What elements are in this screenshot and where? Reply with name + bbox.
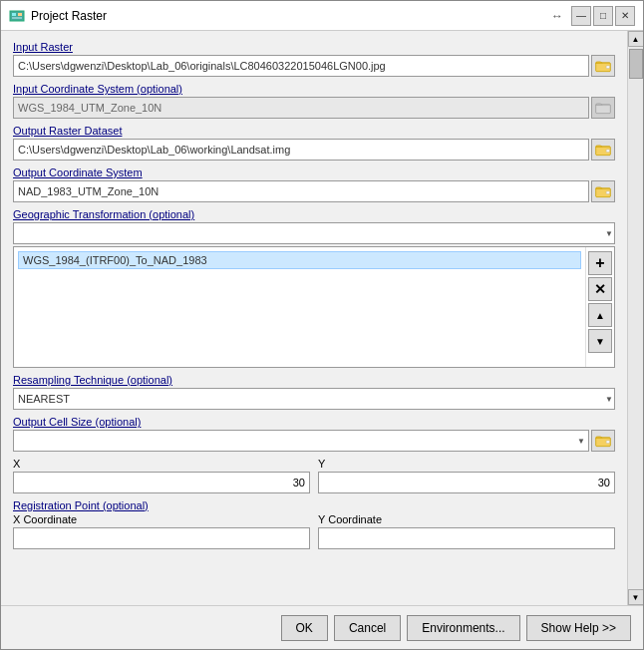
- output-cell-select[interactable]: [13, 430, 589, 452]
- show-help-button[interactable]: Show Help >>: [526, 615, 631, 641]
- x-label: X: [13, 458, 310, 470]
- scroll-down-arrow[interactable]: ▼: [628, 589, 644, 605]
- input-coord-row: [13, 97, 615, 119]
- resampling-label: Resampling Technique (optional): [13, 374, 615, 386]
- main-content: Input Raster Input Coordinate Sys: [1, 31, 627, 605]
- scrollbar: ▲ ▼: [627, 31, 643, 605]
- window-controls: — □ ✕: [571, 6, 635, 26]
- output-cell-row: ▼: [13, 430, 615, 452]
- y-group: Y: [318, 458, 615, 493]
- geo-transform-remove-button[interactable]: ✕: [588, 277, 612, 301]
- geo-transform-section: Geographic Transformation (optional) ▼ W…: [13, 208, 615, 368]
- output-raster-label: Output Raster Dataset: [13, 125, 615, 137]
- geo-transform-list-item[interactable]: WGS_1984_(ITRF00)_To_NAD_1983: [18, 251, 581, 269]
- input-coord-browse-button[interactable]: [591, 97, 615, 119]
- svg-rect-14: [606, 191, 609, 193]
- output-raster-row: [13, 139, 615, 161]
- input-coord-label: Input Coordinate System (optional): [13, 83, 615, 95]
- expand-icon: ↔: [551, 9, 563, 23]
- y-input[interactable]: [318, 472, 615, 493]
- y-coord-group: Y Coordinate: [318, 513, 615, 549]
- geo-transform-select-wrapper: ▼: [13, 222, 615, 244]
- reg-point-section: Registration Point (optional) X Coordina…: [13, 499, 615, 549]
- footer: OK Cancel Environments... Show Help >>: [1, 605, 643, 649]
- geo-transform-side-buttons: + ✕ ▲ ▼: [585, 247, 614, 367]
- svg-rect-2: [18, 13, 22, 16]
- cancel-button[interactable]: Cancel: [334, 615, 401, 641]
- svg-rect-17: [606, 441, 609, 443]
- output-cell-label: Output Cell Size (optional): [13, 416, 615, 428]
- x-coord-input[interactable]: [13, 527, 310, 549]
- title-bar: Project Raster ↔ — □ ✕: [1, 1, 643, 31]
- resampling-select-wrapper: NEAREST BILINEAR CUBIC ▼: [13, 388, 615, 410]
- project-raster-window: Project Raster ↔ — □ ✕ Input Raster: [0, 0, 644, 650]
- output-coord-section: Output Coordinate System: [13, 166, 615, 202]
- output-cell-section: Output Cell Size (optional) ▼: [13, 416, 615, 452]
- reg-point-xy-row: X Coordinate Y Coordinate: [13, 513, 615, 549]
- close-button[interactable]: ✕: [615, 6, 635, 26]
- input-raster-browse-button[interactable]: [591, 55, 615, 77]
- scroll-up-arrow[interactable]: ▲: [628, 31, 644, 47]
- input-raster-section: Input Raster: [13, 41, 615, 77]
- resampling-section: Resampling Technique (optional) NEAREST …: [13, 374, 615, 410]
- x-input[interactable]: [13, 472, 310, 493]
- y-label: Y: [318, 458, 615, 470]
- input-coord-input: [13, 97, 589, 119]
- svg-rect-6: [606, 66, 609, 68]
- geo-transform-down-button[interactable]: ▼: [588, 329, 612, 353]
- svg-rect-8: [596, 106, 610, 114]
- output-raster-input[interactable]: [13, 139, 589, 161]
- output-cell-select-wrapper: ▼: [13, 430, 589, 452]
- svg-rect-3: [12, 17, 22, 19]
- geo-transform-up-button[interactable]: ▲: [588, 303, 612, 327]
- resampling-row: NEAREST BILINEAR CUBIC ▼: [13, 388, 615, 410]
- output-cell-browse-button[interactable]: [591, 430, 615, 452]
- content-area: Input Raster Input Coordinate Sys: [1, 31, 643, 605]
- output-raster-browse-button[interactable]: [591, 139, 615, 161]
- svg-rect-11: [606, 150, 609, 152]
- input-coord-section: Input Coordinate System (optional): [13, 83, 615, 119]
- geo-transform-add-button[interactable]: +: [588, 251, 612, 275]
- y-coord-label: Y Coordinate: [318, 513, 615, 525]
- xy-row: X Y: [13, 458, 615, 493]
- geo-transform-dropdown-row: ▼: [13, 222, 615, 244]
- resampling-select[interactable]: NEAREST BILINEAR CUBIC: [13, 388, 615, 410]
- window-icon: [9, 8, 25, 24]
- x-coord-group: X Coordinate: [13, 513, 310, 549]
- reg-point-label: Registration Point (optional): [13, 499, 615, 511]
- window-title: Project Raster: [31, 9, 551, 23]
- x-coord-label: X Coordinate: [13, 513, 310, 525]
- maximize-button[interactable]: □: [593, 6, 613, 26]
- input-raster-row: [13, 55, 615, 77]
- output-coord-browse-button[interactable]: [591, 180, 615, 202]
- scroll-thumb[interactable]: [629, 49, 643, 79]
- ok-button[interactable]: OK: [281, 615, 328, 641]
- y-coord-input[interactable]: [318, 527, 615, 549]
- output-coord-row: [13, 180, 615, 202]
- output-raster-section: Output Raster Dataset: [13, 125, 615, 161]
- x-group: X: [13, 458, 310, 493]
- geo-transform-body: WGS_1984_(ITRF00)_To_NAD_1983 + ✕ ▲ ▼: [14, 247, 614, 367]
- output-coord-label: Output Coordinate System: [13, 166, 615, 178]
- output-coord-input[interactable]: [13, 180, 589, 202]
- minimize-button[interactable]: —: [571, 6, 591, 26]
- geo-transform-select[interactable]: [13, 222, 615, 244]
- environments-button[interactable]: Environments...: [407, 615, 519, 641]
- geo-transform-label: Geographic Transformation (optional): [13, 208, 615, 220]
- svg-rect-1: [12, 13, 16, 16]
- input-raster-input[interactable]: [13, 55, 589, 77]
- geo-transform-list: WGS_1984_(ITRF00)_To_NAD_1983: [14, 247, 585, 367]
- geo-transform-list-section: WGS_1984_(ITRF00)_To_NAD_1983 + ✕ ▲ ▼: [13, 246, 615, 368]
- input-raster-label: Input Raster: [13, 41, 615, 53]
